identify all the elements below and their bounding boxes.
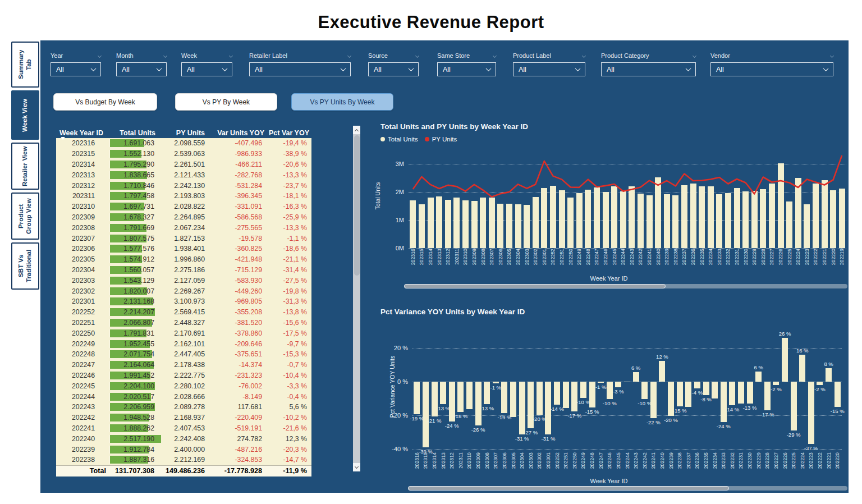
- pct-variance-bar[interactable]: [598, 382, 604, 383]
- table-row[interactable]: 2023121.710.8462.242.130-531.284-23,7 %: [56, 180, 311, 191]
- pct-variance-bar[interactable]: [440, 382, 446, 404]
- total-units-bar[interactable]: [515, 204, 521, 248]
- column-header-4[interactable]: Pct Var YOY: [268, 129, 311, 137]
- table-row[interactable]: 2023071.807.5751.827.153-19.578-1,1 %: [56, 233, 311, 244]
- pct-variance-bar[interactable]: [501, 382, 507, 413]
- table-row[interactable]: 2022482.071.7542.447.405-375.651-15,3 %: [56, 349, 311, 360]
- total-units-bar[interactable]: [480, 198, 486, 248]
- total-units-bar[interactable]: [742, 191, 749, 249]
- table-row[interactable]: 2022381.887.3162.212.169-324.853-14,7 %: [56, 455, 311, 465]
- total-units-bar[interactable]: [786, 201, 792, 248]
- scroll-up-button[interactable]: [353, 126, 360, 134]
- pct-variance-bar[interactable]: [457, 382, 464, 412]
- total-units-bar[interactable]: [497, 204, 503, 248]
- pct-variance-bar[interactable]: [519, 382, 525, 434]
- total-units-bar[interactable]: [541, 188, 547, 248]
- sidebar-tab-product-group-view[interactable]: Product Group View: [11, 193, 39, 240]
- total-units-bar[interactable]: [751, 191, 758, 249]
- pct-variance-bar[interactable]: [493, 382, 499, 383]
- total-units-bar[interactable]: [734, 188, 740, 248]
- table-row[interactable]: 2022472.164.0642.178.438-14.374-0,7 %: [56, 360, 311, 370]
- table-row[interactable]: 2023111.797.4582.193.803-396.345-18,1 %: [56, 191, 311, 201]
- filter-dropdown[interactable]: All: [249, 62, 351, 76]
- pct-variance-bar[interactable]: [510, 382, 516, 417]
- pct-variance-bar[interactable]: [677, 382, 683, 406]
- total-units-bar[interactable]: [629, 186, 635, 248]
- total-units-bar[interactable]: [533, 197, 539, 248]
- total-units-bar[interactable]: [410, 200, 416, 248]
- total-units-bar[interactable]: [804, 204, 810, 248]
- column-header-1[interactable]: Total Units: [109, 129, 161, 137]
- scroll-down-button[interactable]: [353, 463, 360, 471]
- total-units-bar[interactable]: [716, 194, 722, 248]
- filter-dropdown[interactable]: All: [601, 62, 696, 76]
- pct-variance-bar[interactable]: [747, 382, 753, 404]
- pct-variance-bar[interactable]: [729, 382, 735, 405]
- pct-variance-bar[interactable]: [799, 355, 805, 382]
- total-units-bar[interactable]: [839, 189, 845, 248]
- total-units-bar[interactable]: [690, 184, 696, 249]
- pct-variance-bar[interactable]: [580, 382, 586, 398]
- total-units-bar[interactable]: [672, 195, 678, 248]
- sidebar-tab-week-view[interactable]: Week View: [11, 90, 39, 140]
- pct-variance-bar[interactable]: [817, 382, 823, 385]
- table-row[interactable]: 2023031.543.1292.127.059-583.930-27,5 %: [56, 275, 311, 286]
- pct-variance-bar[interactable]: [712, 382, 718, 398]
- table-row[interactable]: 2022421.948.5282.168.937-220.409-10,2 %: [56, 413, 311, 423]
- table-row[interactable]: 2022512.066.8072.448.327-381.520-15,6 %: [56, 318, 311, 328]
- pct-variance-bar[interactable]: [414, 382, 420, 414]
- table-row[interactable]: 2023131.838.6652.121.433-282.768-13,3 %: [56, 169, 311, 180]
- pct-variance-bar[interactable]: [554, 382, 560, 405]
- total-units-bar[interactable]: [506, 204, 512, 248]
- total-units-bar[interactable]: [778, 163, 784, 248]
- pct-variance-bar[interactable]: [650, 382, 657, 418]
- pct-variance-bar[interactable]: [738, 382, 744, 404]
- filter-dropdown[interactable]: All: [181, 62, 232, 76]
- table-row[interactable]: 2023021.820.0072.269.267-449.260-19,8 %: [56, 286, 311, 296]
- total-units-bar[interactable]: [708, 186, 714, 249]
- pct-variance-bar[interactable]: [782, 338, 788, 382]
- table-row[interactable]: 2022452.204.1002.280.102-76.002-3,3 %: [56, 381, 311, 391]
- pct-variance-bar[interactable]: [475, 382, 482, 425]
- total-units-bar[interactable]: [471, 201, 478, 248]
- column-header-0[interactable]: Week Year ID: [56, 129, 109, 137]
- total-units-bar[interactable]: [567, 198, 574, 248]
- table-row[interactable]: 2023091.678.3272.264.895-586.568-25,9 %: [56, 212, 311, 223]
- total-units-bar[interactable]: [664, 194, 670, 248]
- table-scrollbar[interactable]: [353, 126, 360, 471]
- table-row[interactable]: 2023081.791.6692.067.234-275.565-13,3 %: [56, 222, 311, 233]
- table-row[interactable]: 2022432.206.9592.089.278117.6815,6 %: [56, 402, 311, 413]
- table-row[interactable]: 2022411.888.2622.407.453-519.191-21,6 %: [56, 423, 311, 434]
- total-units-bar[interactable]: [453, 198, 460, 248]
- total-units-bar[interactable]: [699, 186, 705, 249]
- total-units-bar[interactable]: [795, 178, 801, 248]
- total-units-bar[interactable]: [559, 190, 565, 248]
- pct-variance-bar[interactable]: [703, 382, 709, 395]
- table-row[interactable]: 2023101.697.7312.028.822-331.091-16,3 %: [56, 201, 311, 212]
- total-units-bar[interactable]: [550, 186, 556, 248]
- scrollbar-thumb[interactable]: [354, 135, 360, 276]
- column-header-2[interactable]: PY Units: [161, 129, 210, 137]
- total-units-bar[interactable]: [760, 189, 766, 248]
- table-row[interactable]: 2023061.577.5761.938.401-360.825-18,6 %: [56, 244, 311, 254]
- total-units-bar[interactable]: [462, 200, 469, 248]
- total-units-bar[interactable]: [524, 205, 530, 248]
- total-units-bar[interactable]: [830, 190, 836, 249]
- total-units-bar[interactable]: [646, 195, 653, 248]
- pct-variance-bar[interactable]: [423, 382, 429, 447]
- table-row[interactable]: 2023012.131.1683.100.973-969.805-31,3 %: [56, 296, 311, 307]
- filter-dropdown[interactable]: All: [368, 62, 419, 76]
- table-row[interactable]: 2022501.791.8312.170.691-378.860-17,5 %: [56, 328, 311, 338]
- pct-variance-bar[interactable]: [633, 372, 639, 382]
- table-row[interactable]: 2022491.952.4552.162.101-209.646-9,7 %: [56, 338, 311, 349]
- total-units-bar[interactable]: [428, 198, 434, 248]
- filter-dropdown[interactable]: All: [51, 62, 101, 76]
- pct-variance-bar[interactable]: [641, 382, 648, 399]
- button-vs-py-by-week[interactable]: Vs PY By Week: [175, 93, 277, 111]
- sidebar-tab-summary-tab[interactable]: Summary Tab: [11, 42, 39, 88]
- total-units-bar[interactable]: [445, 200, 451, 248]
- table-row[interactable]: 2023051.574.9121.996.860-421.948-21,1 %: [56, 254, 311, 265]
- total-units-bar[interactable]: [620, 191, 626, 248]
- pct-variance-bar[interactable]: [791, 382, 797, 430]
- total-units-bar[interactable]: [576, 193, 583, 248]
